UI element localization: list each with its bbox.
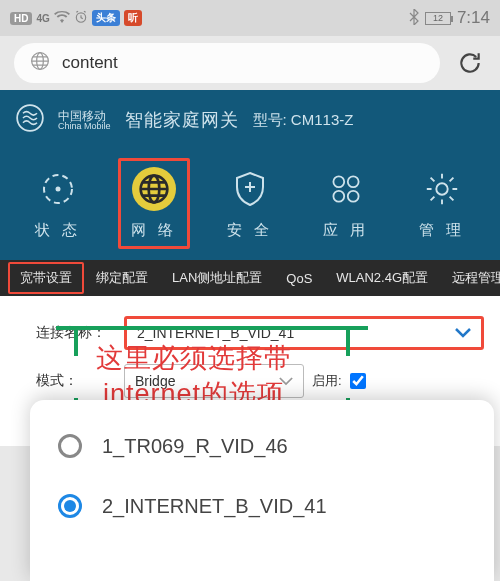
refresh-button[interactable]	[454, 47, 486, 79]
apps-icon	[324, 167, 368, 211]
cm-logo-icon	[16, 104, 44, 136]
bluetooth-icon	[409, 9, 419, 28]
svg-point-5	[56, 186, 61, 191]
option-2-label: 2_INTERNET_B_VID_41	[102, 495, 327, 518]
brand-cn: 中国移动	[58, 110, 111, 122]
nav-manage[interactable]: 管 理	[406, 167, 478, 240]
router-model: 型号: CM113-Z	[253, 111, 354, 130]
status-right: 12 7:14	[409, 8, 490, 28]
status-icon	[36, 167, 80, 211]
clock: 7:14	[457, 8, 490, 28]
chevron-down-icon	[279, 373, 293, 389]
nav-network-label: 网 络	[131, 221, 177, 240]
row-conn-name: 连接名称： 2_INTERNET_B_VID_41	[16, 316, 484, 350]
nav-manage-label: 管 理	[419, 221, 465, 240]
svg-point-10	[333, 190, 344, 201]
sub-nav: 宽带设置 绑定配置 LAN侧地址配置 QoS WLAN2.4G配置 远程管理	[0, 260, 500, 296]
nav-network[interactable]: 网 络	[118, 158, 190, 249]
enable-checkbox[interactable]	[350, 373, 366, 389]
svg-point-9	[348, 176, 359, 187]
radio-checked-icon	[58, 494, 82, 518]
mode-label: 模式：	[16, 372, 116, 390]
option-1-label: 1_TR069_R_VID_46	[102, 435, 288, 458]
nav-security-label: 安 全	[227, 221, 273, 240]
subnav-qos[interactable]: QoS	[274, 260, 324, 296]
battery-icon: 12	[425, 12, 451, 25]
option-2[interactable]: 2_INTERNET_B_VID_41	[30, 476, 494, 536]
mode-value: Bridge	[135, 373, 175, 389]
nav-apps[interactable]: 应 用	[310, 167, 382, 240]
row-mode: 模式： Bridge 启用:	[16, 364, 484, 398]
router-title: 智能家庭网关	[125, 108, 239, 132]
alarm-icon	[74, 10, 88, 27]
subnav-wlan24[interactable]: WLAN2.4G配置	[324, 260, 440, 296]
enable-label: 启用:	[312, 372, 342, 390]
gear-icon	[420, 167, 464, 211]
shield-icon	[228, 167, 272, 211]
app-badge-1: 头条	[92, 10, 120, 26]
svg-point-11	[348, 190, 359, 201]
subnav-lan[interactable]: LAN侧地址配置	[160, 260, 274, 296]
main-nav: 状 态 网 络 安 全 应 用 管 理	[0, 150, 500, 260]
conn-name-value: 2_INTERNET_B_VID_41	[137, 325, 294, 341]
nav-security[interactable]: 安 全	[214, 167, 286, 240]
chevron-down-icon	[455, 325, 471, 341]
brand-en: China Mobile	[58, 122, 111, 131]
status-left: HD 4G 头条 听	[10, 10, 142, 27]
conn-name-select[interactable]: 2_INTERNET_B_VID_41	[124, 316, 484, 350]
nav-apps-label: 应 用	[323, 221, 369, 240]
conn-name-label: 连接名称：	[16, 324, 116, 342]
network-type: 4G	[36, 13, 49, 24]
dropdown-popup: 1_TR069_R_VID_46 2_INTERNET_B_VID_41	[30, 400, 494, 581]
svg-point-8	[333, 176, 344, 187]
hd-badge: HD	[10, 12, 32, 25]
battery-pct: 12	[433, 13, 443, 23]
subnav-remote[interactable]: 远程管理	[440, 260, 500, 296]
network-icon	[132, 167, 176, 211]
nav-status[interactable]: 状 态	[22, 167, 94, 240]
browser-url-bar	[0, 36, 500, 90]
android-status-bar: HD 4G 头条 听 12 7:14	[0, 0, 500, 36]
mode-select[interactable]: Bridge	[124, 364, 304, 398]
app-badge-2: 听	[124, 10, 142, 26]
radio-unchecked-icon	[58, 434, 82, 458]
subnav-broadband[interactable]: 宽带设置	[8, 262, 84, 294]
svg-point-12	[436, 183, 447, 194]
nav-status-label: 状 态	[35, 221, 81, 240]
subnav-binding[interactable]: 绑定配置	[84, 260, 160, 296]
option-1[interactable]: 1_TR069_R_VID_46	[30, 416, 494, 476]
wifi-icon	[54, 11, 70, 26]
globe-icon	[30, 51, 50, 75]
url-input[interactable]	[62, 53, 424, 73]
brand-text: 中国移动 China Mobile	[58, 110, 111, 131]
url-input-wrap[interactable]	[14, 43, 440, 83]
router-header: 中国移动 China Mobile 智能家庭网关 型号: CM113-Z	[0, 90, 500, 150]
